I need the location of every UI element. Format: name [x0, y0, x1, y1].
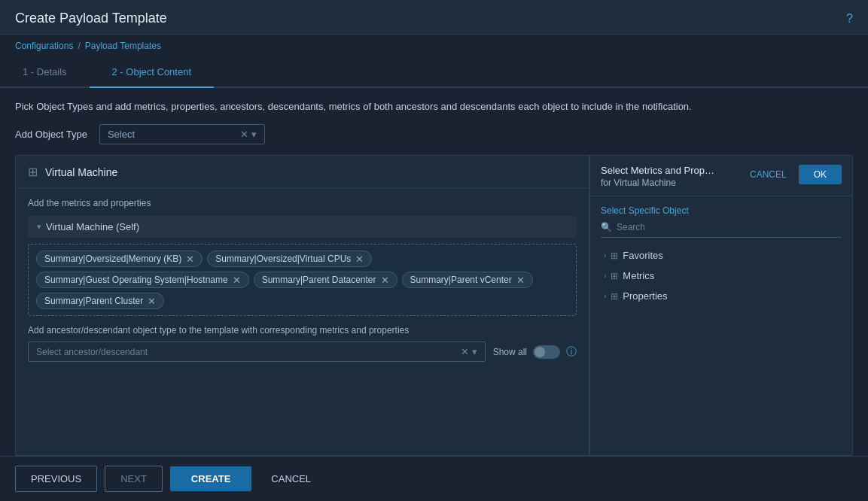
show-all-toggle[interactable]: [533, 345, 560, 359]
panel-body: Add the metrics and properties ▾ Virtual…: [16, 189, 589, 455]
breadcrumb: Configurations / Payload Templates: [0, 35, 868, 57]
for-vm-text: for Virtual Machine: [601, 178, 714, 188]
tag-text-1: Summary|Oversized|Virtual CPUs: [215, 254, 351, 264]
tree-label-properties: Properties: [623, 290, 667, 302]
select-icons: ✕ ▾: [240, 129, 257, 140]
vm-self-section-header[interactable]: ▾ Virtual Machine (Self): [28, 216, 577, 238]
tag-text-3: Summary|Parent Datacenter: [262, 275, 376, 285]
tree-chevron-metrics: ›: [604, 272, 606, 280]
ancestor-row: Select ancestor/descendant ✕ ▾ Show all: [28, 342, 577, 362]
tag-3: Summary|Parent Datacenter ✕: [254, 272, 397, 288]
clear-icon[interactable]: ✕: [240, 129, 248, 140]
breadcrumb-payload-templates[interactable]: Payload Templates: [85, 41, 161, 51]
add-object-row: Add Object Type Select ✕ ▾: [15, 124, 853, 144]
chevron-down-icon: ▾: [37, 222, 41, 232]
tree-item-properties[interactable]: › ⊞ Properties: [601, 286, 842, 306]
tag-5: Summary|Parent Cluster ✕: [36, 293, 164, 309]
cancel-metrics-button[interactable]: CANCEL: [744, 166, 793, 183]
tag-close-4[interactable]: ✕: [516, 275, 525, 285]
vm-icon: ⊞: [28, 165, 38, 179]
left-panel: ⊞ Virtual Machine Add the metrics and pr…: [15, 155, 589, 456]
ancestor-select-text: Select ancestor/descendant: [36, 347, 461, 357]
right-panel-header: Select Metrics and Prop… for Virtual Mac…: [590, 156, 852, 196]
step-2[interactable]: 2 - Object Content: [90, 57, 215, 88]
tag-close-5[interactable]: ✕: [148, 296, 156, 306]
tag-4: Summary|Parent vCenter ✕: [402, 272, 533, 288]
select-metrics-title: Select Metrics and Prop…: [601, 165, 714, 176]
header-actions: CANCEL OK: [744, 165, 842, 184]
show-all-row: Show all ⓘ: [493, 345, 577, 359]
ancestor-section: Add ancestor/descendant object type to t…: [28, 325, 577, 362]
tag-text-5: Summary|Parent Cluster: [44, 296, 143, 306]
step-1[interactable]: 1 - Details: [0, 57, 90, 88]
tree-chevron-properties: ›: [604, 292, 606, 300]
show-all-label: Show all: [493, 347, 527, 357]
section-title: Virtual Machine (Self): [46, 221, 139, 232]
steps-bar: 1 - Details 2 - Object Content: [0, 57, 868, 88]
next-button[interactable]: NEXT: [105, 466, 163, 492]
add-metrics-label: Add the metrics and properties: [28, 198, 577, 208]
toggle-knob: [535, 347, 545, 357]
object-type-select-text: Select: [108, 129, 236, 140]
breadcrumb-separator: /: [78, 41, 80, 51]
cancel-button[interactable]: CANCEL: [259, 466, 323, 491]
add-object-label: Add Object Type: [15, 129, 87, 140]
tag-1: Summary|Oversized|Virtual CPUs ✕: [207, 250, 372, 267]
create-button[interactable]: CREATE: [170, 466, 251, 491]
page-title: Create Payload Template: [15, 11, 167, 26]
breadcrumb-configurations[interactable]: Configurations: [15, 41, 73, 51]
right-panel-body: Select Specific Object 🔍 › ⊞ Favorites ›…: [590, 196, 852, 455]
ancestor-select[interactable]: Select ancestor/descendant ✕ ▾: [28, 342, 486, 362]
tag-close-0[interactable]: ✕: [186, 254, 194, 264]
vm-header: ⊞ Virtual Machine: [16, 156, 589, 189]
tag-0: Summary|Oversized|Memory (KB) ✕: [36, 250, 203, 267]
content-area: ⊞ Virtual Machine Add the metrics and pr…: [15, 155, 853, 456]
tags-container: Summary|Oversized|Memory (KB) ✕ Summary|…: [28, 244, 577, 316]
specific-object-label: Select Specific Object: [601, 205, 842, 216]
main-content: Pick Object Types and add metrics, prope…: [0, 88, 868, 456]
page-header: Create Payload Template ?: [0, 0, 868, 35]
description-text: Pick Object Types and add metrics, prope…: [15, 100, 853, 114]
search-box: 🔍: [601, 222, 842, 238]
step-separator: [214, 57, 868, 87]
footer: PREVIOUS NEXT CREATE CANCEL: [0, 456, 868, 501]
help-icon[interactable]: ?: [846, 12, 853, 26]
vm-title: Virtual Machine: [45, 166, 117, 178]
tag-close-3[interactable]: ✕: [381, 275, 389, 285]
ancestor-label: Add ancestor/descendant object type to t…: [28, 325, 577, 336]
search-icon: 🔍: [601, 222, 612, 232]
previous-button[interactable]: PREVIOUS: [15, 466, 97, 492]
tag-text-0: Summary|Oversized|Memory (KB): [44, 254, 181, 264]
tag-close-1[interactable]: ✕: [355, 254, 364, 264]
tree-label-metrics: Metrics: [623, 270, 654, 281]
search-input[interactable]: [617, 222, 842, 232]
tag-2: Summary|Guest Operating System|Hostname …: [36, 272, 249, 288]
tag-close-2[interactable]: ✕: [233, 275, 241, 285]
tree-label-favorites: Favorites: [623, 250, 662, 261]
tree-node-icon-metrics: ⊞: [611, 271, 618, 281]
info-icon[interactable]: ⓘ: [566, 345, 577, 359]
tree-item-metrics[interactable]: › ⊞ Metrics: [601, 266, 842, 286]
tag-text-4: Summary|Parent vCenter: [410, 275, 512, 285]
chevron-down-icon[interactable]: ▾: [251, 129, 257, 140]
tree-item-favorites[interactable]: › ⊞ Favorites: [601, 245, 842, 266]
right-panel-title-group: Select Metrics and Prop… for Virtual Mac…: [601, 165, 714, 188]
tag-text-2: Summary|Guest Operating System|Hostname: [44, 275, 228, 285]
tree-node-icon-favorites: ⊞: [611, 250, 618, 261]
tree-node-icon-properties: ⊞: [611, 291, 618, 302]
right-panel: Select Metrics and Prop… for Virtual Mac…: [589, 155, 853, 456]
tree-chevron-favorites: ›: [604, 251, 606, 260]
ok-metrics-button[interactable]: OK: [799, 165, 842, 184]
ancestor-select-icons: ✕ ▾: [461, 346, 477, 357]
object-type-select[interactable]: Select ✕ ▾: [99, 124, 265, 144]
ancestor-chevron-icon[interactable]: ▾: [472, 346, 477, 357]
ancestor-clear-icon[interactable]: ✕: [461, 346, 469, 357]
page-wrapper: Create Payload Template ? Configurations…: [0, 0, 868, 501]
